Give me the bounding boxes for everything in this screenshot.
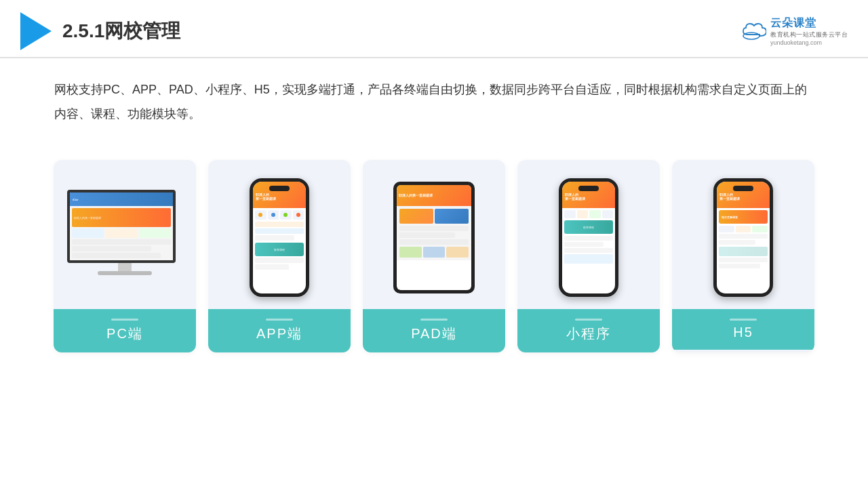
header-left: 2.5.1网校管理 bbox=[20, 12, 180, 50]
pc-label: PC端 bbox=[54, 309, 196, 352]
app-phone-mockup: 职涯人的第一堂刷题课 推荐课程 bbox=[250, 178, 309, 297]
mini-phone-mockup: 职涯人的第一堂刷题课 推荐课程 bbox=[559, 178, 618, 297]
page-title: 2.5.1网校管理 bbox=[62, 18, 180, 44]
app-card: 职涯人的第一堂刷题课 推荐课程 bbox=[208, 160, 351, 352]
pad-card: 职涯人的第一堂刷题课 bbox=[363, 160, 505, 352]
h5-label: H5 bbox=[672, 309, 814, 350]
h5-card: 职涯人的第一堂刷题课 地主芝麻课堂 bbox=[672, 160, 814, 352]
cloud-logo: 云朵课堂 教育机构一站式服务云平台 yunduoketang.com bbox=[736, 16, 848, 46]
logo-url: yunduoketang.com bbox=[770, 39, 822, 46]
phone-notch bbox=[269, 186, 290, 191]
description-text: 网校支持PC、APP、PAD、小程序、H5，实现多端打通，产品各终端自由切换，数… bbox=[0, 58, 868, 133]
mini-card: 职涯人的第一堂刷题课 推荐课程 bbox=[517, 160, 660, 352]
logo-tagline: 教育机构一站式服务云平台 bbox=[770, 30, 848, 39]
mini-phone-notch bbox=[578, 186, 599, 191]
cloud-icon bbox=[736, 21, 766, 41]
mini-image-area: 职涯人的第一堂刷题课 推荐课程 bbox=[517, 160, 660, 309]
h5-phone-notch bbox=[733, 186, 753, 191]
h5-image-area: 职涯人的第一堂刷题课 地主芝麻课堂 bbox=[672, 160, 814, 309]
pc-mockup: iCixi 职涯人的第一堂刷题课 bbox=[67, 190, 182, 285]
logo-main-text: 云朵课堂 bbox=[770, 16, 816, 30]
pc-card: iCixi 职涯人的第一堂刷题课 bbox=[54, 160, 196, 352]
pad-label: PAD端 bbox=[363, 309, 505, 352]
app-label: APP端 bbox=[208, 309, 351, 352]
logo-text-block: 云朵课堂 教育机构一站式服务云平台 yunduoketang.com bbox=[770, 16, 848, 46]
header-right: 云朵课堂 教育机构一站式服务云平台 yunduoketang.com bbox=[736, 16, 848, 46]
tablet-mockup: 职涯人的第一堂刷题课 bbox=[393, 182, 475, 293]
svg-point-0 bbox=[743, 33, 760, 39]
mini-label: 小程序 bbox=[517, 309, 660, 352]
h5-phone-mockup: 职涯人的第一堂刷题课 地主芝麻课堂 bbox=[713, 178, 773, 297]
pad-image-area: 职涯人的第一堂刷题课 bbox=[363, 160, 505, 309]
header: 2.5.1网校管理 云朵课堂 教育机构一站式服务云平台 yunduoketang… bbox=[0, 0, 868, 58]
app-image-area: 职涯人的第一堂刷题课 推荐课程 bbox=[208, 160, 351, 309]
pc-image-area: iCixi 职涯人的第一堂刷题课 bbox=[54, 160, 196, 309]
cards-container: iCixi 职涯人的第一堂刷题课 bbox=[0, 140, 868, 373]
brand-triangle-icon bbox=[20, 12, 52, 50]
